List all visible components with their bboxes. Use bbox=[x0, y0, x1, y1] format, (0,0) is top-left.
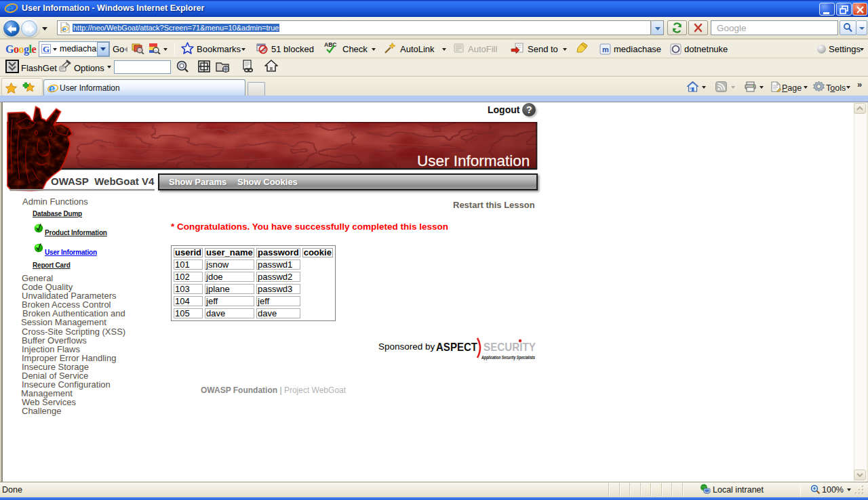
svg-text:Application Security Specialis: Application Security Specialists bbox=[481, 354, 535, 360]
svg-text:m: m bbox=[602, 45, 609, 54]
svg-text:ASPECT: ASPECT bbox=[436, 341, 478, 354]
svg-text:ABC: ABC bbox=[324, 41, 336, 48]
svg-text:User Information: User Information bbox=[417, 152, 530, 169]
svg-text:SECURITY: SECURITY bbox=[484, 341, 536, 354]
